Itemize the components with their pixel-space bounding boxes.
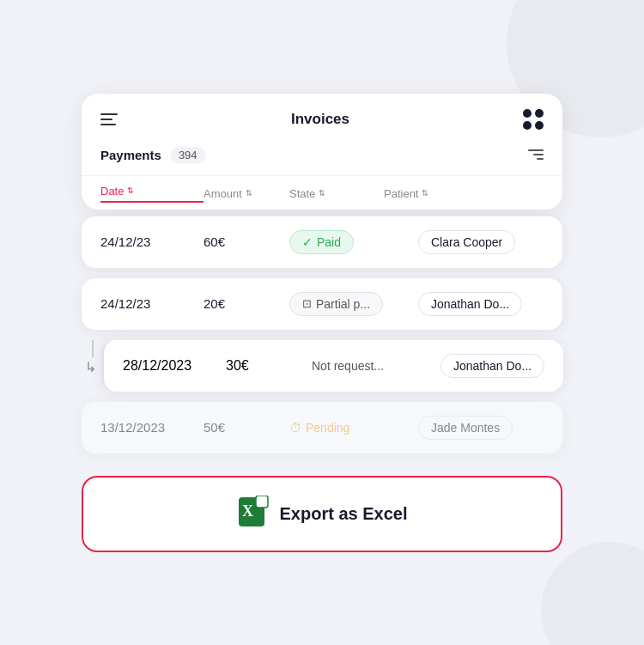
export-btn-outer: X Export as Excel: [82, 476, 562, 552]
excel-icon: X: [237, 496, 270, 532]
cell-state: Not request...: [312, 355, 440, 377]
svg-text:X: X: [242, 502, 253, 520]
cell-amount: 20€: [204, 296, 289, 311]
main-container: Invoices Payments 394 Date ⇅ Amount ⇅: [82, 94, 562, 552]
svg-rect-1: [256, 496, 268, 508]
cell-amount: 50€: [204, 420, 289, 435]
cell-patient: Jonathan Do...: [418, 292, 544, 316]
hamburger-icon[interactable]: [100, 113, 118, 125]
col-header-state[interactable]: State ⇅: [289, 187, 384, 200]
export-label: Export as Excel: [280, 504, 408, 524]
apps-icon[interactable]: [523, 109, 544, 130]
payments-label: Payments: [100, 148, 161, 162]
cell-patient: Clara Cooper: [418, 230, 544, 254]
cell-state: ✓ Paid: [289, 230, 418, 254]
cell-patient: Jade Montes: [418, 416, 544, 440]
state-badge-not-req: Not request...: [312, 355, 396, 377]
payments-count-badge: 394: [170, 147, 206, 163]
cell-patient: Jonathan Do...: [440, 354, 544, 378]
filter-icon[interactable]: [528, 149, 544, 160]
sub-row-wrapper: ↳ 28/12/2023 30€ Not request... Jonathan…: [82, 340, 562, 392]
sub-row-indicator: ↳: [82, 340, 96, 375]
invoice-card: Invoices Payments 394 Date ⇅ Amount ⇅: [82, 94, 562, 210]
table-row[interactable]: 24/12/23 20€ ⊡ Partial p... Jonathan Do.…: [82, 278, 562, 330]
col-header-patient[interactable]: Patient ⇅: [384, 187, 504, 200]
patient-badge: Jade Montes: [418, 416, 513, 440]
patient-badge: Jonathan Do...: [440, 354, 544, 378]
invoice-subheader: Payments 394: [82, 142, 562, 176]
cell-amount: 30€: [226, 358, 312, 374]
state-badge-partial: ⊡ Partial p...: [289, 292, 383, 316]
invoice-header: Invoices: [82, 94, 562, 142]
table-row[interactable]: 13/12/2023 50€ ⏱ Pending Jade Montes: [82, 402, 562, 453]
cell-date: 28/12/2023: [123, 358, 226, 374]
export-button-wrapper: X Export as Excel: [82, 476, 562, 552]
indent-line: [92, 340, 94, 357]
invoice-title: Invoices: [291, 111, 349, 128]
cell-amount: 60€: [204, 234, 289, 249]
export-excel-button[interactable]: X Export as Excel: [86, 480, 558, 548]
col-header-amount[interactable]: Amount ⇅: [204, 187, 289, 200]
state-badge-paid: ✓ Paid: [289, 230, 354, 254]
state-badge-pending: ⏱ Pending: [289, 417, 361, 439]
cell-state: ⊡ Partial p...: [289, 292, 418, 316]
cell-state: ⏱ Pending: [289, 417, 418, 439]
payments-section: Payments 394: [100, 147, 206, 163]
table-row[interactable]: 28/12/2023 30€ Not request... Jonathan D…: [101, 340, 563, 392]
patient-badge: Clara Cooper: [418, 230, 515, 254]
col-header-date[interactable]: Date ⇅: [100, 185, 204, 203]
cell-date: 24/12/23: [100, 234, 204, 249]
indent-arrow-icon: ↳: [85, 359, 96, 375]
column-headers: Date ⇅ Amount ⇅ State ⇅ Patient ⇅: [82, 176, 562, 210]
cell-date: 24/12/23: [100, 296, 204, 311]
table-row[interactable]: 24/12/23 60€ ✓ Paid Clara Cooper: [82, 216, 562, 268]
cell-date: 13/12/2023: [100, 420, 204, 435]
patient-badge: Jonathan Do...: [418, 292, 522, 316]
